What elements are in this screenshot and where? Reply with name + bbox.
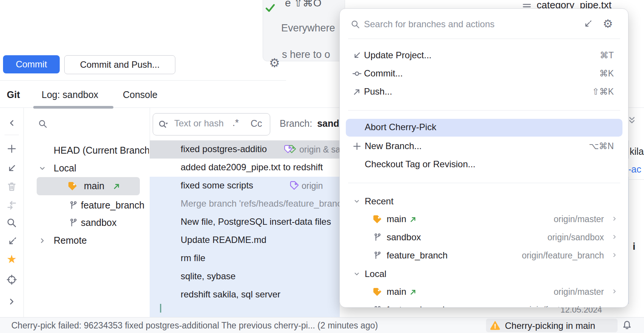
search-icon[interactable] [6, 217, 17, 229]
plus-icon[interactable] [6, 143, 17, 154]
popup-section-header-local[interactable]: Local [340, 265, 629, 283]
search-icon[interactable] [38, 119, 48, 129]
search-icon [350, 19, 361, 30]
commit-message: Update README.md [181, 235, 266, 245]
arrow-up-right-icon [409, 288, 417, 297]
cherry-pick-icon[interactable] [6, 200, 17, 211]
tag-icon [372, 214, 382, 226]
commitnode-icon [352, 68, 362, 80]
log-filter-box[interactable]: .* Cc [153, 113, 270, 135]
chevron-left-icon[interactable] [6, 117, 17, 129]
case-toggle[interactable]: Cc [251, 118, 262, 129]
commit-message: added date2009_pipe.txt to redshift [181, 162, 323, 173]
chevron-right-icon[interactable] [6, 296, 17, 307]
arrow-up-right-icon [113, 182, 121, 192]
bell-icon[interactable] [621, 319, 633, 331]
branch-tracking: origin/sandbox [547, 232, 604, 243]
tree-item-head-current-branch-[interactable]: HEAD (Current Branch) [54, 145, 149, 156]
popup-action-update-project-[interactable]: Update Project...⌘T [340, 47, 629, 65]
expand-window-icon[interactable] [582, 19, 593, 30]
popup-branch-sandbox[interactable]: sandboxorigin/sandbox [340, 229, 629, 247]
popup-action-label: Update Project... [364, 50, 432, 61]
tag-icon [372, 287, 382, 299]
commit-message: sqlite, sybase [181, 271, 235, 282]
popup-action-new-branch-[interactable]: New Branch...⌥⌘N [340, 137, 629, 156]
gear-icon[interactable]: ⚙ [269, 57, 280, 69]
search-with-caret-icon[interactable] [158, 119, 169, 131]
popup-action-commit-[interactable]: Commit...⌘K [340, 65, 629, 83]
log-filter-input[interactable] [174, 118, 231, 129]
crosshair-icon[interactable] [6, 274, 17, 285]
tab-log-sandbox[interactable]: Log: sandbox [42, 89, 98, 100]
sakila-fragment: kila [630, 146, 644, 157]
tab-console[interactable]: Console [123, 89, 158, 100]
branch-name: main [387, 286, 406, 297]
popup-search-input[interactable] [364, 19, 568, 30]
update-icon[interactable] [6, 163, 17, 174]
popup-divider-2 [348, 110, 620, 110]
commit-message: Merge branch 'refs/heads/feature_branch' [181, 198, 348, 209]
commit-message: New file, PostgreSQL insert-data files [181, 216, 331, 227]
shortcut-hint: ⇧⌘K [592, 87, 614, 97]
chevron-right-icon [611, 215, 618, 224]
tree-item-feature_branch[interactable]: feature_branch [81, 200, 144, 211]
everywhere-text-fragment: Everywhere [281, 22, 335, 34]
tree-item-main[interactable]: main [84, 181, 104, 191]
popup-action-abort-cherry-pick[interactable]: Abort Cherry-Pick [340, 118, 629, 137]
chevron-right-icon [611, 251, 618, 260]
tag-icon [67, 181, 78, 193]
tag-icon [289, 181, 299, 192]
tree-item-sandbox[interactable]: sandbox [81, 217, 117, 228]
cherry-pick-badge[interactable]: Cherry-picking in main [486, 319, 618, 332]
popup-divider-1 [348, 39, 620, 39]
star-icon[interactable]: ★ [6, 254, 17, 265]
popup-section-header-recent[interactable]: Recent [340, 192, 629, 210]
popup-action-label: Push... [364, 86, 392, 97]
commit-and-push-button[interactable]: Commit and Push... [64, 55, 175, 74]
tree-item-local[interactable]: Local [54, 163, 76, 174]
shortcut-hint: ⌥⌘N [589, 141, 614, 151]
popup-branch-main[interactable]: mainorigin/master [340, 283, 629, 301]
popup-branch-feature_branch[interactable]: feature_branchorigin/feature_branch [340, 301, 629, 308]
chevron-down-icon [353, 270, 361, 280]
tree-item-remote[interactable]: Remote [54, 235, 87, 246]
chevron-right-icon[interactable] [38, 236, 47, 247]
popup-branch-main[interactable]: mainorigin/master [340, 210, 629, 229]
popup-branch-feature_branch[interactable]: feature_branchorigin/feature_branch [340, 247, 629, 265]
branch-name: sandbox [387, 232, 421, 243]
toolbar-divider [5, 135, 19, 135]
popup-action-checkout-tag-or-revision-[interactable]: Checkout Tag or Revision... [340, 156, 629, 174]
commit-message: redshift sakila, sql server [181, 289, 280, 300]
gear-icon[interactable]: ⚙ [603, 18, 613, 30]
branch-icon [69, 218, 79, 229]
details-divider [629, 179, 644, 180]
expand-icon[interactable] [6, 236, 17, 247]
chevron-down-icon[interactable] [38, 164, 47, 174]
tab-selected-underline [33, 106, 113, 109]
branch-icon [373, 251, 382, 262]
warning-icon [490, 320, 500, 331]
search-everywhere-shortcut: e ⇧⌘O [285, 0, 322, 9]
branch-icon [373, 233, 382, 244]
popup-action-label: New Branch... [365, 141, 422, 151]
i-fragment: i [633, 241, 635, 252]
section-title: Recent [365, 196, 393, 207]
commit-button[interactable]: Commit [3, 55, 60, 73]
ide-root: e ⇧⌘O Everywhere s here to o ⚙ Commit Co… [0, 0, 644, 333]
commit-panel-divider [0, 80, 286, 81]
update-icon [352, 50, 362, 62]
git-tool-title: Git [7, 89, 20, 100]
regex-toggle[interactable]: .* [232, 117, 239, 128]
popup-action-label: Commit... [364, 68, 403, 79]
push-icon [352, 87, 362, 98]
popup-action-label: Checkout Tag or Revision... [365, 159, 475, 170]
trash-icon[interactable] [6, 181, 17, 192]
status-message: Cherry-pick failed: 96234353 fixed postg… [11, 321, 378, 331]
popup-action-push-[interactable]: Push...⇧⌘K [340, 83, 629, 101]
commit-message: fixed some scripts [181, 180, 253, 191]
tags-double-icon [283, 144, 297, 156]
popup-divider-3 [348, 183, 620, 183]
toolbar-right-divider [23, 108, 24, 317]
chevron-right-icon [611, 233, 618, 242]
checkmark-icon [265, 2, 276, 14]
